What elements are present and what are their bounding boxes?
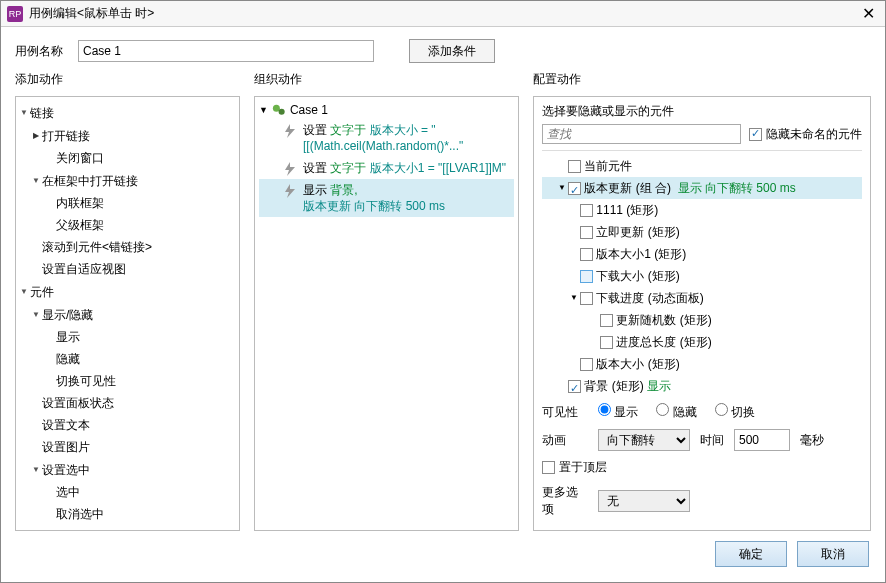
config-pane: 选择要隐藏或显示的元件 隐藏未命名的元件 当前元件 ▼ 版本更新 (组 合) 显… [533,96,871,531]
hide-unnamed-checkbox[interactable]: 隐藏未命名的元件 [749,126,862,143]
svg-marker-2 [285,124,295,138]
tree-node-adaptive[interactable]: 设置自适应视图 [18,258,237,280]
cfg-item[interactable]: 版本大小 (矩形) [542,353,862,375]
action-tree: 链接 打开链接 关闭窗口 在框架中打开链接 内联框架 父级框架 滚动到元件<错链… [15,96,240,531]
cfg-item[interactable]: 进度总长度 (矩形) [542,331,862,353]
case-name-input[interactable] [78,40,374,62]
tree-node-showhide[interactable]: 显示/隐藏 [18,303,237,326]
titlebar: RP 用例编辑<鼠标单击 时> ✕ [1,1,885,27]
org-action-pane: ▼ Case 1 设置 文字于 版本大小 = "[[(Math.ceil(Mat… [254,96,519,531]
config-options: 可见性 显示 隐藏 切换 动画 向下翻转 时间 毫秒 置于顶层 [542,399,862,522]
org-case-row[interactable]: ▼ Case 1 [259,101,514,119]
svg-point-1 [278,109,284,115]
cfg-select-label: 选择要隐藏或显示的元件 [542,103,862,120]
tree-node-widgets[interactable]: 元件 [18,280,237,303]
ms-label: 毫秒 [800,432,824,449]
radio-show[interactable]: 显示 [598,403,638,421]
tree-node-setimage[interactable]: 设置图片 [18,436,237,458]
tree-node-deselect[interactable]: 取消选中 [18,503,237,525]
widget-tree: 当前元件 ▼ 版本更新 (组 合) 显示 向下翻转 500 ms 1111 (矩… [542,150,862,393]
cancel-button[interactable]: 取消 [797,541,869,567]
section-org-action: 组织动作 [254,71,519,92]
section-cfg-action: 配置动作 [533,71,871,92]
tree-node-select[interactable]: 选中 [18,481,237,503]
close-icon[interactable]: ✕ [858,4,879,23]
tree-node-inlineframe[interactable]: 内联框架 [18,192,237,214]
cfg-item[interactable]: 下载大小 (矩形) [542,265,862,287]
visibility-label: 可见性 [542,404,588,421]
tree-node-parentframe[interactable]: 父级框架 [18,214,237,236]
more-label: 更多选项 [542,484,588,518]
tree-node-settext[interactable]: 设置文本 [18,414,237,436]
bolt-icon [285,162,297,176]
svg-marker-3 [285,162,295,176]
cfg-item[interactable]: 1111 (矩形) [542,199,862,221]
tree-node-show[interactable]: 显示 [18,326,237,348]
dialog-footer: 确定 取消 [1,531,885,573]
tree-node-scrollto[interactable]: 滚动到元件<错链接> [18,236,237,258]
radio-toggle[interactable]: 切换 [715,403,755,421]
case-name-label: 用例名称 [15,43,70,60]
cfg-item[interactable]: ▼ 下载进度 (动态面板) [542,287,862,309]
radio-hide[interactable]: 隐藏 [656,403,696,421]
window-title: 用例编辑<鼠标单击 时> [29,5,858,22]
more-select[interactable]: 无 [598,490,690,512]
tree-node-setpanel[interactable]: 设置面板状态 [18,392,237,414]
tree-node-togglevis[interactable]: 切换可见性 [18,370,237,392]
org-action-1[interactable]: 设置 文字于 版本大小 = "[[(Math.ceil(Math.random(… [259,119,514,157]
cfg-item[interactable]: 版本大小1 (矩形) [542,243,862,265]
bolt-icon [285,124,297,154]
time-input[interactable] [734,429,790,451]
cfg-item[interactable]: 立即更新 (矩形) [542,221,862,243]
case-icon [272,103,286,117]
tree-node-closewin[interactable]: 关闭窗口 [18,147,237,169]
cfg-item-bg[interactable]: 背景 (矩形) 显示 [542,375,862,393]
add-condition-button[interactable]: 添加条件 [409,39,495,63]
tree-node-togglesel[interactable]: 切换选中状态 [18,525,237,531]
case-name-row: 用例名称 添加条件 [1,27,885,71]
cfg-item[interactable]: 更新随机数 (矩形) [542,309,862,331]
cfg-item-versionupdate[interactable]: ▼ 版本更新 (组 合) 显示 向下翻转 500 ms [542,177,862,199]
anim-select[interactable]: 向下翻转 [598,429,690,451]
time-label: 时间 [700,432,724,449]
search-input[interactable] [542,124,741,144]
section-add-action: 添加动作 [15,71,240,92]
org-action-3[interactable]: 显示 背景,版本更新 向下翻转 500 ms [259,179,514,217]
app-icon: RP [7,6,23,22]
bolt-icon [285,184,297,214]
tree-node-hide[interactable]: 隐藏 [18,348,237,370]
ok-button[interactable]: 确定 [715,541,787,567]
cfg-item[interactable]: 当前元件 [542,155,862,177]
tree-node-openinframe[interactable]: 在框架中打开链接 [18,169,237,192]
bring-front-checkbox[interactable]: 置于顶层 [542,459,607,476]
tree-node-openlink[interactable]: 打开链接 [18,124,237,147]
anim-label: 动画 [542,432,588,449]
svg-marker-4 [285,184,295,198]
org-action-2[interactable]: 设置 文字于 版本大小1 = "[[LVAR1]]M" [259,157,514,179]
tree-node-setselected[interactable]: 设置选中 [18,458,237,481]
tree-node-link[interactable]: 链接 [18,101,237,124]
